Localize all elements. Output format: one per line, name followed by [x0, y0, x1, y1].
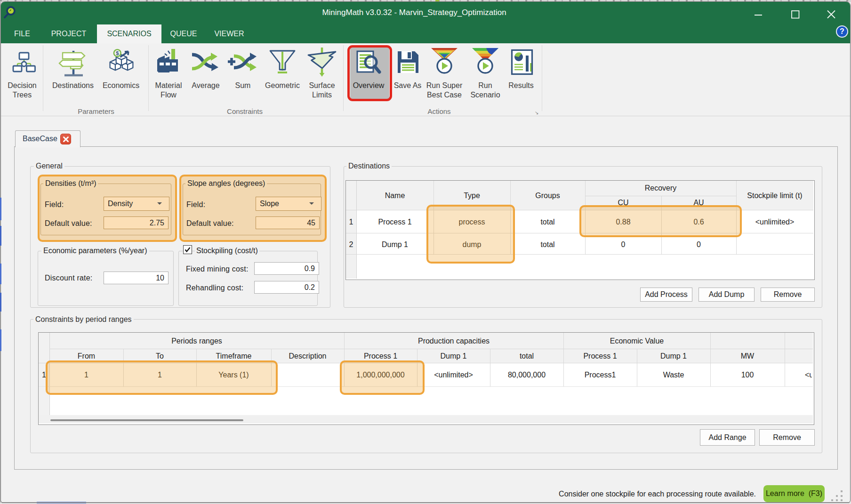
svg-text:$: $ [116, 50, 119, 56]
